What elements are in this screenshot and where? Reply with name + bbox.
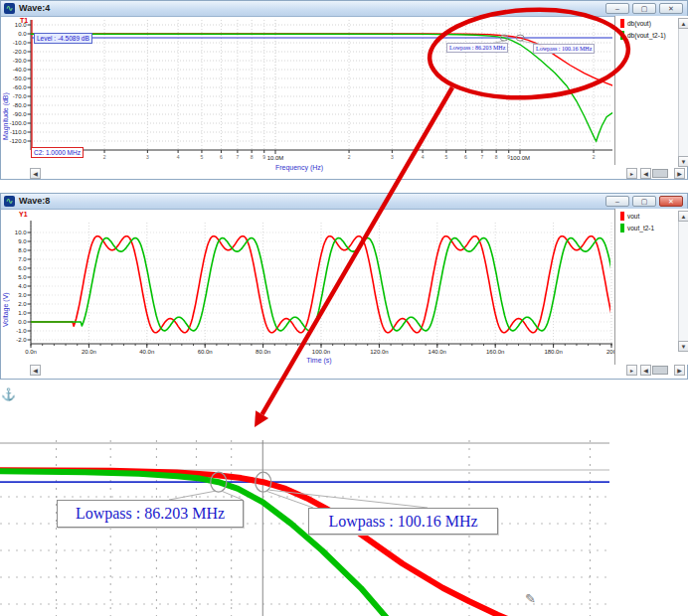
svg-text:7: 7 xyxy=(481,154,484,160)
svg-text:9.0: 9.0 xyxy=(18,238,27,244)
wave4-window: ∿ Wave:4 – ▢ ✕ T1 Magnitude (dB) 10.00.0… xyxy=(0,0,688,180)
hscroll-thumb[interactable] xyxy=(652,366,668,375)
svg-text:-110.0: -110.0 xyxy=(10,129,27,135)
svg-text:7: 7 xyxy=(237,154,240,160)
svg-text:-20.0: -20.0 xyxy=(13,49,27,55)
pager-right-icon[interactable]: ▸ xyxy=(626,168,637,179)
trace-color-swatch xyxy=(620,212,624,221)
y-axis-ticks: 10.09.08.07.06.05.04.03.02.01.00.0-1.0-2… xyxy=(15,230,31,343)
wave4-legend-panel: db(vout)db(vout_t2-1) ▲ ▼ xyxy=(614,16,688,165)
svg-text:5: 5 xyxy=(201,154,204,160)
trace-color-swatch xyxy=(620,19,624,28)
scroll-right-icon[interactable]: ▶ xyxy=(674,365,685,376)
svg-text:3.0: 3.0 xyxy=(18,292,27,298)
level-cursor-label[interactable]: Level : -4.5089 dB xyxy=(34,33,92,44)
scroll-down-icon[interactable]: ▼ xyxy=(678,341,688,352)
scroll-left-icon[interactable]: ◀ xyxy=(640,365,651,376)
svg-text:-30.0: -30.0 xyxy=(13,58,27,64)
svg-text:-120.0: -120.0 xyxy=(9,138,27,144)
wave4-titlebar: ∿ Wave:4 – ▢ ✕ xyxy=(1,1,687,17)
pager-right-icon[interactable]: ▸ xyxy=(626,365,637,376)
svg-text:6: 6 xyxy=(220,154,223,160)
svg-text:80.0n: 80.0n xyxy=(256,349,270,355)
wave8-window-title: Wave:8 xyxy=(19,196,50,206)
svg-text:8.0: 8.0 xyxy=(18,247,27,253)
grid xyxy=(0,440,609,616)
maximize-button[interactable]: ▢ xyxy=(632,3,656,14)
svg-text:60.0n: 60.0n xyxy=(198,349,213,355)
axes: Time (s) xyxy=(31,221,612,365)
svg-text:-2.0: -2.0 xyxy=(16,337,27,343)
zoom-lowpass-label-2: Lowpass : 100.16 MHz xyxy=(308,508,498,535)
trace-name: db(vout_t2-1) xyxy=(627,32,666,39)
scroll-left-icon[interactable]: ◀ xyxy=(640,168,651,179)
minimize-button[interactable]: – xyxy=(605,196,629,207)
svg-text:20.0n: 20.0n xyxy=(82,349,96,355)
svg-text:2: 2 xyxy=(593,154,596,160)
svg-text:-70.0: -70.0 xyxy=(13,93,27,99)
legend-vscrollbar[interactable]: ▲ ▼ xyxy=(678,211,688,352)
trace-color-swatch xyxy=(620,31,624,40)
wave8-legend-panel: voutvout_t2-1 ▲ ▼ xyxy=(614,209,688,365)
lowpass-marker-2[interactable]: Lowpass : 100.16 MHz xyxy=(533,44,595,54)
svg-text:6: 6 xyxy=(464,154,467,160)
svg-text:0.0n: 0.0n xyxy=(25,349,37,355)
zoomed-cutoff-view xyxy=(0,440,609,616)
svg-text:2: 2 xyxy=(103,154,106,160)
lowpass-marker-1[interactable]: Lowpass : 86.203 MHz xyxy=(446,43,508,53)
wave4-window-title: Wave:4 xyxy=(19,3,50,13)
zoom-lowpass-label-1: Lowpass : 86.203 MHz xyxy=(57,500,244,528)
svg-text:5.0: 5.0 xyxy=(18,274,27,280)
maximize-button[interactable]: ▢ xyxy=(632,196,656,207)
wave4-window-icon: ∿ xyxy=(4,3,15,14)
svg-text:10.0M: 10.0M xyxy=(267,155,284,161)
svg-text:8: 8 xyxy=(495,154,498,160)
scroll-down-icon[interactable]: ▼ xyxy=(678,156,688,167)
wave8-window-icon: ∿ xyxy=(4,196,15,207)
svg-text:0.0: 0.0 xyxy=(18,31,27,37)
svg-text:10.0: 10.0 xyxy=(15,230,27,235)
svg-text:180.0n: 180.0n xyxy=(544,349,562,355)
svg-text:8: 8 xyxy=(251,154,254,160)
y-axis-ticks: 10.00.0-10.0-20.0-30.0-40.0-50.0-60.0-70… xyxy=(9,22,31,144)
svg-text:-80.0: -80.0 xyxy=(13,102,27,108)
svg-text:-60.0: -60.0 xyxy=(13,84,27,90)
svg-text:5: 5 xyxy=(445,154,448,160)
svg-text:200: 200 xyxy=(606,349,614,355)
scroll-up-icon[interactable]: ▲ xyxy=(678,18,688,29)
wave8-titlebar: ∿ Wave:8 – ▢ ✕ xyxy=(1,194,687,210)
svg-text:-90.0: -90.0 xyxy=(13,111,27,117)
scroll-left-icon[interactable]: ◀ xyxy=(30,168,41,179)
trace-name: vout_t2-1 xyxy=(627,225,654,231)
page: ∿ Wave:4 – ▢ ✕ T1 Magnitude (dB) 10.00.0… xyxy=(0,0,688,616)
legend-vscrollbar[interactable]: ▲ ▼ xyxy=(678,18,688,167)
scroll-up-icon[interactable]: ▲ xyxy=(678,211,688,222)
svg-text:40.0n: 40.0n xyxy=(139,349,154,355)
svg-text:0.0: 0.0 xyxy=(18,319,27,325)
trace-color-swatch xyxy=(620,224,624,232)
c2-cursor-label[interactable]: C2: 1.0000 MHz xyxy=(31,147,84,158)
anchor-icon: ⚓ xyxy=(1,387,16,401)
transient-plot: 10.09.08.07.06.05.04.03.02.01.00.0-1.0-2… xyxy=(1,209,614,365)
svg-text:9: 9 xyxy=(262,154,265,160)
svg-text:6.0: 6.0 xyxy=(18,265,27,271)
svg-text:-10.0: -10.0 xyxy=(13,40,27,46)
svg-text:-50.0: -50.0 xyxy=(13,76,27,81)
wave8-window: ∿ Wave:8 – ▢ ✕ Y1 Voltage (V) 10.09.08.0… xyxy=(0,193,688,380)
svg-text:10.0: 10.0 xyxy=(15,22,27,28)
pencil-cursor-icon: ✎ xyxy=(525,591,536,606)
svg-text:3: 3 xyxy=(146,154,149,160)
svg-text:Frequency (Hz): Frequency (Hz) xyxy=(275,164,323,172)
svg-text:Time (s): Time (s) xyxy=(306,357,331,365)
svg-text:100.0n: 100.0n xyxy=(312,349,330,355)
scroll-right-icon[interactable]: ▶ xyxy=(674,168,685,179)
zoom-trace-green xyxy=(0,471,524,616)
svg-text:7.0: 7.0 xyxy=(18,256,27,262)
minimize-button[interactable]: – xyxy=(605,3,629,14)
close-button[interactable]: ✕ xyxy=(659,196,683,207)
scroll-left-icon[interactable]: ◀ xyxy=(30,365,41,376)
close-button[interactable]: ✕ xyxy=(659,3,683,14)
hscroll-thumb[interactable] xyxy=(652,169,668,178)
svg-text:100.0M: 100.0M xyxy=(510,155,530,161)
svg-text:140.0n: 140.0n xyxy=(429,349,446,355)
